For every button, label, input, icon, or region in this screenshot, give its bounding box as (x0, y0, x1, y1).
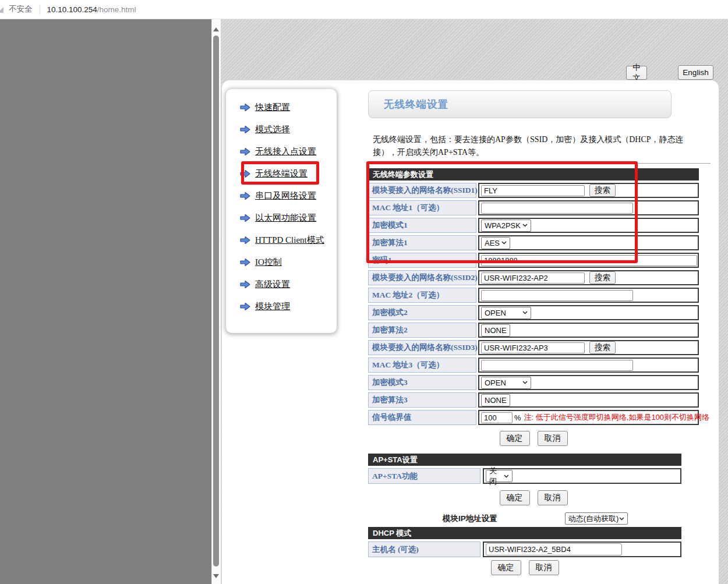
sidebar-item-label: IO控制 (255, 257, 282, 268)
sidebar-item-label: 无线接入点设置 (255, 146, 316, 157)
cancel-button[interactable]: 取消 (538, 431, 568, 446)
dhcp-buttons: 确定 取消 (368, 560, 681, 575)
sidebar-item[interactable]: 模块管理 (226, 295, 337, 317)
english-language-button[interactable]: English (678, 65, 713, 80)
ok-button[interactable]: 确定 (500, 431, 530, 446)
sta-row-label: 模块要接入的网络名称(SSID3) (368, 340, 476, 355)
ssid-input[interactable] (481, 342, 585, 353)
sidebar-item[interactable]: HTTPD Client模式 (226, 229, 337, 251)
sidebar-item[interactable]: 模式选择 (226, 118, 337, 140)
chinese-language-button[interactable]: 中文 (626, 66, 647, 80)
sidebar-item[interactable]: 以太网功能设置 (226, 207, 337, 229)
arrow-right-icon (240, 125, 250, 134)
arrow-right-icon (240, 103, 250, 112)
sidebar-item-label: 模块管理 (255, 301, 290, 312)
page-description: 无线终端设置，包括：要去连接的AP参数（SSID，加密）及接入模式（DHCP，静… (368, 133, 697, 158)
signal-threshold-input[interactable] (481, 412, 513, 423)
arrow-right-icon (240, 302, 250, 311)
mac-address-input[interactable] (481, 360, 633, 371)
sta-row-value-cell (478, 288, 699, 303)
sta-row-value-cell: NONE (478, 392, 699, 408)
not-secure-label: 不安全 (9, 4, 33, 15)
chevron-down-icon (522, 311, 528, 314)
url-separator (40, 5, 40, 15)
arrow-right-icon (240, 147, 250, 156)
chevron-down-icon (504, 475, 509, 478)
sidebar-item[interactable]: 无线接入点设置 (226, 140, 337, 162)
cancel-button[interactable]: 取消 (538, 490, 568, 505)
ip-mode-select[interactable]: 动态(自动获取) (565, 512, 628, 525)
sta-row-value-cell: 搜索 (478, 340, 699, 355)
mac-address-input[interactable] (481, 290, 633, 301)
apsta-buttons: 确定 取消 (368, 490, 699, 505)
encryption-mode-select[interactable]: OPEN (481, 377, 531, 389)
encryption-mode-select[interactable]: OPEN (481, 307, 531, 319)
sta-row-value-cell: OPEN (478, 375, 699, 390)
sta-buttons: 确定 取消 (368, 431, 699, 446)
apsta-enable-select[interactable]: 关闭 (486, 470, 513, 482)
arrow-right-icon (240, 236, 250, 245)
sidebar-menu: 快速配置模式选择无线接入点设置无线终端设置串口及网络设置以太网功能设置HTTPD… (226, 89, 337, 333)
scrollbar[interactable] (211, 19, 221, 584)
sta-row-label: 模块要接入的网络名称(SSID2) (368, 270, 476, 285)
arrow-right-icon (240, 125, 250, 134)
arrow-right-icon (240, 192, 250, 200)
arrow-right-icon (240, 147, 250, 156)
sidebar-item[interactable]: 串口及网络设置 (226, 185, 337, 207)
arrow-right-icon (240, 236, 250, 245)
arrow-right-icon (240, 214, 250, 222)
sidebar-item[interactable]: 高级设置 (226, 273, 337, 295)
apsta-row-label: AP+STA功能 (368, 468, 480, 484)
url-path[interactable]: /home.html (97, 5, 136, 14)
sidebar-item-label: 以太网功能设置 (255, 213, 316, 224)
select-value: NONE (485, 396, 507, 405)
sta-row-value-cell: 搜索 (478, 270, 699, 285)
arrow-right-icon (240, 192, 250, 200)
encryption-algorithm-select[interactable]: NONE (481, 324, 510, 337)
sta-row-value-cell: %注: 低于此信号强度即切换网络,如果是100则不切换网络 (478, 410, 699, 425)
hostname-input[interactable] (486, 543, 622, 555)
signal-threshold-note: 注: 低于此信号强度即切换网络,如果是100则不切换网络 (524, 412, 710, 423)
scrollbar-thumb[interactable] (213, 36, 219, 567)
search-button[interactable]: 搜索 (589, 271, 616, 284)
arrow-right-icon (240, 258, 250, 267)
dhcp-table-header: DHCP 模式 (368, 527, 681, 539)
sta-row-value-cell: NONE (478, 323, 699, 338)
hostname-label: 主机名 (可选) (368, 541, 480, 557)
select-value: NONE (485, 326, 507, 335)
sidebar-item[interactable]: IO控制 (226, 251, 337, 273)
sta-row-label: 信号临界值 (368, 410, 476, 425)
search-button[interactable]: 搜索 (589, 341, 616, 354)
sta-row-value-cell: OPEN (478, 305, 699, 320)
select-value: OPEN (485, 309, 506, 317)
url-host[interactable]: 10.10.100.254 (47, 5, 97, 14)
apsta-row-value: 关闭 (483, 468, 681, 484)
sidebar-item[interactable]: 快速配置 (226, 96, 337, 118)
select-value: 关闭 (489, 466, 504, 487)
cancel-button[interactable]: 取消 (529, 560, 559, 575)
arrow-right-icon (240, 214, 250, 222)
apsta-table: AP+STA设置 AP+STA功能 关闭 (368, 454, 681, 484)
sta-row-label: 加密模式3 (368, 375, 476, 390)
sta-row-label: 加密算法3 (368, 392, 476, 408)
module-ip-setting-label: 模块IP地址设置 (443, 514, 497, 524)
sidebar-item-label: 串口及网络设置 (255, 190, 316, 201)
scroll-down-button[interactable] (213, 574, 219, 578)
warning-icon (0, 7, 3, 13)
ok-button[interactable]: 确定 (491, 560, 521, 575)
sidebar-menu-items: 快速配置模式选择无线接入点设置无线终端设置串口及网络设置以太网功能设置HTTPD… (226, 96, 337, 317)
sta-row-value-cell (478, 358, 699, 373)
sidebar-item-label: 高级设置 (255, 279, 290, 290)
ssid-input[interactable] (481, 272, 585, 284)
left-empty-frame (0, 19, 211, 584)
arrow-right-icon (240, 280, 250, 289)
ok-button[interactable]: 确定 (500, 490, 530, 505)
arrow-right-icon (240, 258, 250, 267)
chevron-down-icon (522, 381, 528, 384)
scroll-up-button[interactable] (213, 27, 219, 31)
red-highlight-table (366, 161, 638, 263)
page-title-banner: 无线终端设置 (368, 90, 672, 118)
encryption-algorithm-select[interactable]: NONE (481, 394, 510, 406)
sidebar-item-label: HTTPD Client模式 (255, 235, 324, 246)
arrow-right-icon (240, 103, 250, 112)
